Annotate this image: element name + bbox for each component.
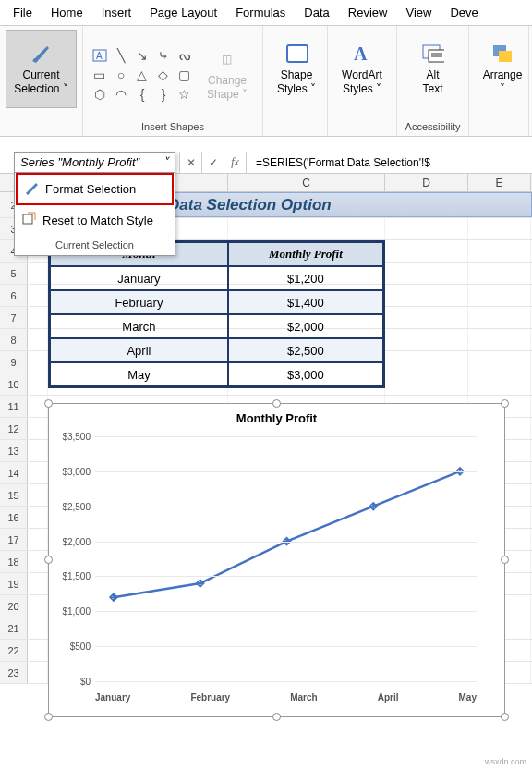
cancel-icon[interactable]: ✕ bbox=[180, 152, 202, 173]
enter-icon[interactable]: ✓ bbox=[202, 152, 224, 173]
shapes-gallery[interactable]: A ╲ ↘ ⤷ ᔓ ▭ ○ △ ◇ ▢ ⬡ ◠ { } ☆ bbox=[91, 47, 194, 103]
table-cell[interactable]: May bbox=[50, 362, 228, 386]
alt-text-label: AltText bbox=[422, 68, 442, 95]
y-tick: $3,000 bbox=[54, 466, 91, 476]
resize-handle[interactable] bbox=[501, 399, 509, 408]
wordart-styles-button[interactable]: A WordArtStyles ˅ bbox=[333, 30, 391, 108]
current-selection-panel: Series "Monthly Profit" ˅ Format Selecti… bbox=[14, 152, 175, 256]
ribbon-tabs: File Home Insert Page Layout Formulas Da… bbox=[0, 0, 532, 26]
y-tick: $1,000 bbox=[54, 606, 91, 617]
row-header[interactable]: 11 bbox=[0, 396, 28, 417]
row-header[interactable]: 5 bbox=[0, 263, 28, 284]
alt-text-icon bbox=[422, 43, 444, 65]
table-cell[interactable]: $2,500 bbox=[228, 338, 383, 362]
table-cell[interactable]: April bbox=[50, 338, 228, 362]
reset-match-style-item[interactable]: Reset to Match Style bbox=[15, 206, 175, 235]
tab-insert[interactable]: Insert bbox=[92, 1, 141, 24]
row-header[interactable]: 13 bbox=[0, 440, 28, 461]
table-cell[interactable]: February bbox=[50, 290, 228, 314]
table-cell[interactable]: March bbox=[50, 314, 228, 338]
arrange-button[interactable]: Arrange˅ bbox=[475, 30, 530, 108]
oval-icon[interactable]: ○ bbox=[112, 67, 130, 83]
table-cell[interactable]: $1,400 bbox=[228, 290, 383, 314]
row-header[interactable]: 17 bbox=[0, 529, 28, 550]
alt-text-button[interactable]: AltText bbox=[403, 30, 463, 108]
chart-line[interactable] bbox=[95, 436, 477, 679]
line-icon[interactable]: ╲ bbox=[112, 47, 130, 64]
lbrace-icon[interactable]: { bbox=[133, 86, 151, 103]
row-header[interactable]: 15 bbox=[0, 484, 28, 506]
resize-handle[interactable] bbox=[501, 556, 509, 564]
chart-title[interactable]: Monthly Profit bbox=[49, 411, 504, 425]
table-cell[interactable]: $2,000 bbox=[228, 314, 383, 338]
resize-handle[interactable] bbox=[44, 399, 53, 408]
tab-review[interactable]: Review bbox=[339, 1, 397, 24]
textbox-icon[interactable]: A bbox=[91, 47, 109, 64]
tab-home[interactable]: Home bbox=[42, 1, 92, 24]
row-header[interactable]: 22 bbox=[0, 640, 28, 661]
group-label-blank bbox=[6, 130, 77, 132]
shape-styles-button[interactable]: ShapeStyles ˅ bbox=[269, 30, 324, 108]
row-header[interactable]: 10 bbox=[0, 373, 28, 395]
formula-value[interactable]: =SERIES('Format Data Selection'!$ bbox=[247, 152, 532, 173]
freeform-icon[interactable]: ᔓ bbox=[175, 47, 194, 64]
table-cell[interactable]: $1,200 bbox=[228, 266, 383, 290]
x-tick: February bbox=[190, 692, 230, 703]
resize-handle[interactable] bbox=[272, 399, 281, 408]
table-cell[interactable]: $3,000 bbox=[228, 362, 383, 386]
plot-area[interactable]: $0$500$1,000$1,500$2,000$2,500$3,000$3,5… bbox=[95, 436, 477, 679]
chart-element-combo[interactable]: Series "Monthly Profit" ˅ bbox=[14, 152, 175, 173]
triangle-icon[interactable]: △ bbox=[133, 67, 151, 83]
resize-handle[interactable] bbox=[44, 713, 53, 721]
wordart-icon: A bbox=[351, 43, 373, 65]
rhombus-icon[interactable]: ◇ bbox=[154, 67, 173, 83]
chart-object[interactable]: Monthly Profit $0$500$1,000$1,500$2,000$… bbox=[48, 403, 505, 717]
row-header[interactable]: 18 bbox=[0, 551, 28, 572]
tab-data[interactable]: Data bbox=[295, 1, 338, 24]
tab-formulas[interactable]: Formulas bbox=[226, 1, 295, 24]
row-header[interactable]: 14 bbox=[0, 462, 28, 483]
resize-handle[interactable] bbox=[501, 713, 509, 721]
connector-icon[interactable]: ⤷ bbox=[154, 47, 173, 64]
row-header[interactable]: 21 bbox=[0, 617, 28, 639]
row-header[interactable]: 9 bbox=[0, 351, 28, 373]
tab-view[interactable]: View bbox=[396, 1, 441, 24]
resize-handle[interactable] bbox=[272, 713, 281, 721]
rounded-rect-icon[interactable]: ▢ bbox=[175, 67, 194, 83]
worksheet-grid[interactable]: 2 Use of Format Data Selection Option 34… bbox=[0, 192, 532, 684]
th-profit: Monthly Profit bbox=[228, 242, 383, 266]
change-shape-label: ChangeShape ˅ bbox=[207, 74, 248, 101]
tab-file[interactable]: File bbox=[4, 1, 42, 24]
row-header[interactable]: 19 bbox=[0, 573, 28, 594]
rbrace-icon[interactable]: } bbox=[154, 86, 173, 103]
row-header[interactable]: 20 bbox=[0, 595, 28, 617]
current-selection-button[interactable]: CurrentSelection ˅ bbox=[6, 30, 77, 108]
fx-icon[interactable]: fx bbox=[224, 152, 247, 173]
col-e[interactable]: E bbox=[468, 174, 531, 191]
callout-icon[interactable]: ◠ bbox=[112, 86, 130, 103]
table-cell[interactable]: January bbox=[50, 266, 228, 290]
col-c[interactable]: C bbox=[228, 174, 385, 191]
row-header[interactable]: 8 bbox=[0, 329, 28, 350]
watermark: wsxdn.com bbox=[485, 757, 526, 766]
col-d[interactable]: D bbox=[385, 174, 468, 191]
y-tick: $0 bbox=[54, 677, 91, 687]
hexagon-icon[interactable]: ⬡ bbox=[91, 86, 109, 103]
format-selection-item[interactable]: Format Selection bbox=[16, 173, 174, 205]
tab-developer[interactable]: Deve bbox=[441, 1, 487, 24]
line-arrow-icon[interactable]: ↘ bbox=[133, 47, 151, 64]
row-header[interactable]: 23 bbox=[0, 662, 28, 683]
row-header[interactable]: 7 bbox=[0, 307, 28, 328]
star-icon[interactable]: ☆ bbox=[175, 86, 194, 103]
group-accessibility: Accessibility bbox=[403, 119, 463, 132]
rect-icon[interactable]: ▭ bbox=[91, 67, 109, 83]
resize-handle[interactable] bbox=[44, 556, 53, 564]
data-table: Month Monthly Profit January$1,200 Febru… bbox=[48, 240, 385, 388]
arrange-label: Arrange˅ bbox=[483, 68, 523, 95]
row-header[interactable]: 16 bbox=[0, 507, 28, 528]
row-header[interactable]: 12 bbox=[0, 418, 28, 439]
reset-icon bbox=[22, 212, 37, 229]
chevron-down-icon: ˅ bbox=[163, 155, 169, 169]
row-header[interactable]: 6 bbox=[0, 285, 28, 306]
tab-page-layout[interactable]: Page Layout bbox=[140, 1, 226, 24]
